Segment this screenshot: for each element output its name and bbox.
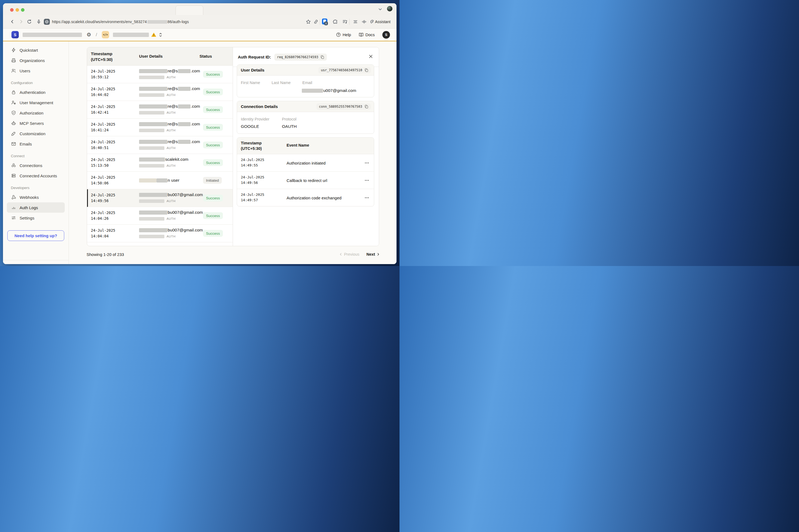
event-row[interactable]: 24-Jul-202514:49:56 Callback to redirect… [237,172,374,189]
table-row[interactable]: 24-Jul-202516:40:51 re@s.com AUTH Succes… [87,136,233,154]
environment-code-icon[interactable]: </> [102,31,109,38]
sidebar-item-settings[interactable]: Settings [7,213,65,223]
table-row[interactable]: 24-Jul-202514:04:26 bu007@gmail.com AUTH… [87,207,233,225]
sidebar-item-label: Users [20,69,30,73]
sidebar-item-label: MCP Servers [20,121,44,126]
bookmark-star-icon[interactable] [306,19,311,24]
sidebar-item-webhooks[interactable]: Webhooks [7,192,65,202]
need-help-button[interactable]: Need help setting up? [7,230,64,241]
sidebar-item-users[interactable]: Users [7,65,65,76]
server-stack-icon [11,173,16,178]
sidebar-item-label: Organizations [20,58,45,63]
sidebar-item-organizations[interactable]: Organizations [7,55,65,65]
previous-page-button[interactable]: Previous [339,252,359,256]
zoom-window-button[interactable] [21,8,24,12]
workspace-logo[interactable]: S [12,31,19,38]
robot-icon [11,121,16,126]
copy-icon[interactable] [365,105,368,109]
next-page-button[interactable]: Next [367,252,379,256]
lock-icon [11,90,16,95]
copy-icon[interactable] [320,55,324,59]
sidebar-item-auth-logs[interactable]: Auth Logs [7,202,65,213]
sidebar-item-authorization[interactable]: Authorization [7,108,65,118]
table-row[interactable]: 24-Jul-202516:41:24 re@s.com AUTH Succes… [87,119,233,136]
url-redaction [147,20,167,24]
user-avatar[interactable]: S [382,31,390,39]
sidebar-footer: scalekit [3,260,69,264]
browser-tab[interactable] [175,5,203,15]
reader-menu-icon[interactable] [353,19,358,24]
main-content: Timestamp (UTC+5:30) User Details Status… [69,41,396,264]
sidebar-item-label: Webhooks [20,195,39,200]
sidebar-item-label: Authorization [20,111,43,115]
close-window-button[interactable] [10,8,14,12]
sidebar-item-label: Connections [20,163,42,168]
sidebar-item-emails[interactable]: Emails [7,139,65,149]
sidebar-section-developers: Developers [3,186,69,190]
help-button[interactable]: Help [336,32,351,37]
docs-label: Docs [366,32,375,37]
event-row[interactable]: 24-Jul-202514:49:57 Authorization code e… [237,189,374,206]
sidebar-item-authentication[interactable]: Authentication [7,87,65,97]
extensions-puzzle-icon[interactable] [333,19,338,24]
copy-icon[interactable] [365,68,368,72]
event-menu-icon[interactable] [365,163,369,164]
event-menu-icon[interactable] [365,180,369,181]
event-row[interactable]: 24-Jul-202514:49:55 Authorization initia… [237,154,374,172]
sidebar-item-quickstart[interactable]: Quickstart [7,45,65,55]
sidebar-item-label: Authentication [20,90,45,95]
events-timestamp-header: Timestamp (UTC+5:30) [241,140,262,151]
password-manager-icon[interactable]: 1 [322,19,328,24]
sidebar-item-label: Auth Logs [20,205,38,210]
sidebar-item-connections[interactable]: Connections [7,160,65,171]
playlist-icon[interactable] [342,19,348,24]
table-row-selected[interactable]: 24-Jul-202514:49:56 bu007@gmail.com AUTH… [87,189,233,207]
microphone-icon[interactable] [36,19,41,24]
voice-waveform-icon[interactable] [361,19,367,24]
back-button[interactable] [10,19,15,24]
table-row[interactable]: 24-Jul-202516:42:41 re@s.com AUTH Succes… [87,101,233,119]
sidebar-item-mcp-servers[interactable]: MCP Servers [7,118,65,128]
sidebar-item-label: Emails [20,142,32,146]
docs-button[interactable]: Docs [359,32,375,37]
toolbar-separator [320,19,320,25]
reload-button[interactable] [27,19,32,24]
forward-button[interactable] [19,19,23,24]
password-badge-count: 1 [324,21,328,25]
detail-panel-header: Auth Request ID: req_82680796766274593 [233,47,379,67]
url-address[interactable]: https://app.scalekit.cloud/ws/environmen… [52,20,189,24]
chevron-down-icon[interactable] [378,7,382,12]
table-row[interactable]: 24-Jul-202514:04:04 bu007@gmail.com AUTH… [87,225,233,242]
table-row[interactable]: 24-Jul-202515:13:50 scalekit.com AUTH Su… [87,154,233,172]
sidebar-item-customization[interactable]: Customization [7,128,65,139]
status-badge: Success [203,142,223,149]
environment-switcher-chevrons-icon[interactable] [159,33,162,37]
environment-warning-icon[interactable] [151,33,156,37]
user-id-value: usr_77567465663497510 [318,67,371,73]
table-row[interactable]: 24-Jul-202514:50:06 n user Initiated [87,172,233,189]
copy-link-icon[interactable] [314,19,318,24]
browser-toolbar: https://app.scalekit.cloud/ws/environmen… [3,15,396,28]
table-row[interactable]: 24-Jul-202516:44:02 re@s.com AUTH Succes… [87,83,233,101]
minimize-window-button[interactable] [16,8,19,12]
site-info-globe-icon[interactable] [44,19,50,25]
events-header: Timestamp (UTC+5:30) Event Name [237,138,374,154]
sidebar-item-user-management[interactable]: User Management [7,97,65,108]
workspace-name-redacted[interactable] [23,33,82,37]
auth-request-id-label: Auth Request ID: [238,55,271,59]
browser-titlebar [3,3,396,15]
status-badge: Success [203,89,223,95]
users-icon [11,68,16,73]
envelope-icon [11,142,16,146]
assistant-label[interactable]: Assistant [375,20,391,24]
sidebar-item-connected-accounts[interactable]: Connected Accounts [7,171,65,181]
status-badge: Success [203,159,223,166]
browser-profile-avatar[interactable] [387,6,392,12]
close-icon[interactable] [369,54,373,58]
assistant-icon[interactable] [370,19,375,24]
environment-name-redacted[interactable] [113,33,149,37]
workspace-settings-gear-icon[interactable]: ⚙ [87,32,91,37]
event-menu-icon[interactable] [365,197,369,198]
sidebar-item-label: Quickstart [20,48,38,53]
table-row[interactable]: 24-Jul-202516:59:12 re@s.com AUTH Succes… [87,65,233,83]
